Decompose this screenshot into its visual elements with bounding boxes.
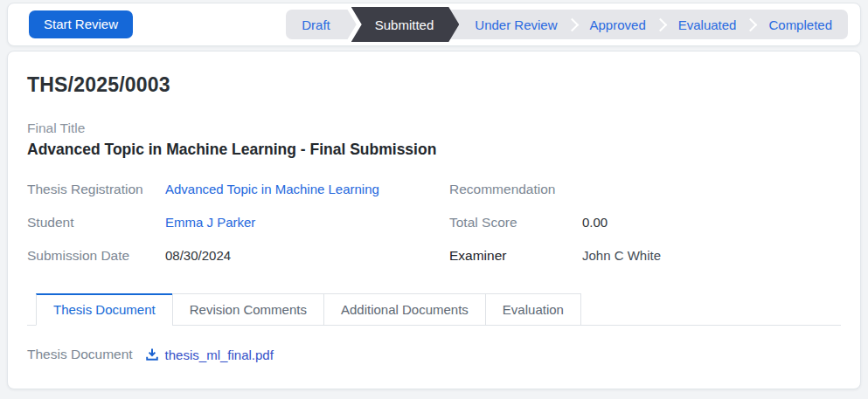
- step-under-review[interactable]: Under Review: [459, 10, 573, 39]
- field-label: Recommendation: [449, 182, 582, 197]
- field-examiner: Examiner John C White: [449, 248, 841, 269]
- document-id: THS/2025/0003: [27, 73, 841, 97]
- thesis-detail-card: THS/2025/0003 Final Title Advanced Topic…: [7, 51, 861, 389]
- action-bar: Start Review Draft Submitted Under Revie…: [7, 3, 861, 46]
- detail-tabs: Thesis Document Revision Comments Additi…: [27, 293, 841, 326]
- final-title-label: Final Title: [27, 120, 841, 136]
- workflow-stepper: Draft Submitted Under Review Approved Ev…: [286, 10, 848, 39]
- field-label: Submission Date: [27, 248, 165, 264]
- total-score-value: 0.00: [582, 215, 608, 230]
- field-column-right: Recommendation Total Score 0.00 Examiner…: [449, 182, 841, 281]
- field-grid: Thesis Registration Advanced Topic in Ma…: [27, 182, 841, 281]
- step-evaluated[interactable]: Evaluated: [663, 10, 753, 39]
- step-submitted[interactable]: Submitted: [351, 7, 460, 42]
- thesis-registration-link[interactable]: Advanced Topic in Machine Learning: [165, 182, 379, 196]
- field-student: Student Emma J Parker: [27, 215, 449, 236]
- field-submission-date: Submission Date 08/30/2024: [27, 248, 449, 269]
- thesis-document-label: Thesis Document: [27, 347, 133, 362]
- field-total-score: Total Score 0.00: [449, 215, 841, 236]
- field-thesis-registration: Thesis Registration Advanced Topic in Ma…: [27, 182, 449, 203]
- field-recommendation: Recommendation: [449, 182, 841, 203]
- step-approved[interactable]: Approved: [574, 10, 662, 39]
- step-draft[interactable]: Draft: [286, 10, 346, 39]
- field-label: Student: [27, 215, 165, 230]
- thesis-file-name: thesis_ml_final.pdf: [165, 347, 274, 362]
- field-column-left: Thesis Registration Advanced Topic in Ma…: [27, 182, 449, 281]
- submission-date-value: 08/30/2024: [165, 248, 231, 263]
- field-label: Examiner: [449, 248, 582, 264]
- thesis-file-link[interactable]: thesis_ml_final.pdf: [145, 347, 274, 362]
- tab-thesis-document[interactable]: Thesis Document: [36, 293, 173, 326]
- step-completed[interactable]: Completed: [753, 10, 848, 39]
- student-link[interactable]: Emma J Parker: [165, 215, 255, 230]
- tab-additional-documents[interactable]: Additional Documents: [323, 293, 486, 326]
- final-title: Advanced Topic in Machine Learning - Fin…: [27, 141, 841, 159]
- tab-evaluation[interactable]: Evaluation: [485, 293, 581, 326]
- field-label: Total Score: [449, 215, 582, 230]
- examiner-value: John C White: [582, 248, 661, 263]
- start-review-button[interactable]: Start Review: [29, 10, 133, 39]
- thesis-document-panel: Thesis Document thesis_ml_final.pdf: [27, 347, 841, 362]
- download-icon: [145, 347, 159, 361]
- tab-revision-comments[interactable]: Revision Comments: [172, 293, 324, 326]
- field-label: Thesis Registration: [27, 182, 165, 197]
